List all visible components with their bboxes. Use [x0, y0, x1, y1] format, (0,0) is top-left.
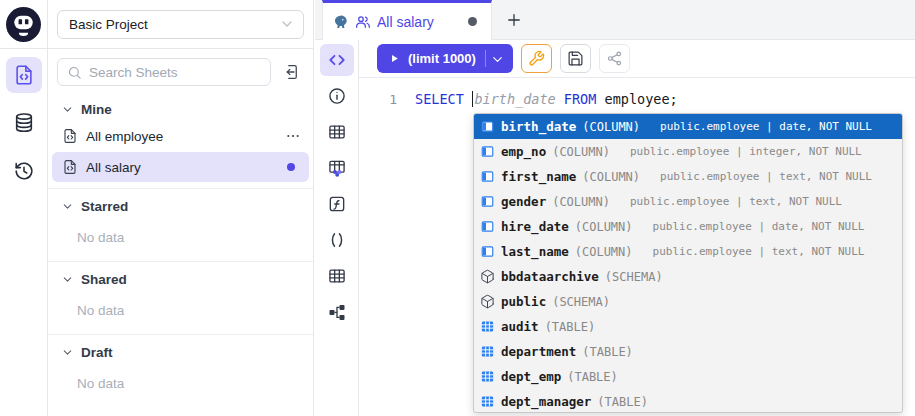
users-icon [355, 14, 371, 30]
panel-info-button[interactable] [320, 80, 354, 112]
share-icon [606, 50, 623, 67]
suggestion-name: bbdataarchive [501, 269, 599, 284]
suggestion-name: public [501, 294, 546, 309]
schema-icon [480, 294, 495, 309]
save-button[interactable] [560, 44, 591, 73]
sheet-item-label: All employee [86, 129, 163, 144]
search-placeholder: Search Sheets [89, 65, 178, 80]
project-name: Basic Project [69, 17, 148, 32]
suggestion-last_name[interactable]: last_name(COLUMN)public.employee | text,… [474, 239, 902, 264]
info-icon [327, 86, 347, 106]
panel-sql-editor-button[interactable] [320, 44, 354, 76]
suggestion-department[interactable]: department(TABLE) [474, 339, 902, 364]
suggestion-emp_no[interactable]: emp_no(COLUMN)public.employee | integer,… [474, 139, 902, 164]
run-button-label: (limit 1000) [408, 51, 476, 66]
suggestion-audit[interactable]: audit(TABLE) [474, 314, 902, 339]
chevron-down-icon [61, 103, 74, 116]
panel-procedures-button[interactable] [320, 224, 354, 256]
code-line-1: 1 SELECT birth_date FROM employee; [359, 90, 915, 109]
suggestion-name: hire_date [501, 219, 569, 234]
rail-worksheets-button[interactable] [6, 57, 42, 93]
project-selector[interactable]: Basic Project [57, 10, 304, 39]
suggestion-kind: (COLUMN) [552, 145, 610, 159]
tab-label: All salary [377, 14, 434, 30]
suggestion-first_name[interactable]: first_name(COLUMN)public.employee | text… [474, 164, 902, 189]
suggestion-name: first_name [501, 169, 576, 184]
suggestion-kind: (TABLE) [567, 370, 618, 384]
panel-sensitive-data-button[interactable] [320, 152, 354, 184]
search-sheets-input[interactable]: Search Sheets [57, 58, 271, 86]
app-logo-icon[interactable] [5, 6, 42, 43]
table-icon [480, 344, 495, 359]
panel-external-tables-button[interactable] [320, 260, 354, 292]
suggestion-detail: public.employee | text, NOT NULL [660, 170, 872, 183]
suggestion-bbdataarchive[interactable]: bbdataarchive(SCHEMA) [474, 264, 902, 289]
suggestion-name: department [501, 344, 576, 359]
section-label: Mine [81, 102, 112, 117]
suggestion-name: dept_manager [501, 394, 591, 409]
section-label: Starred [81, 199, 128, 214]
line-number: 1 [359, 90, 397, 109]
import-sheet-button[interactable] [278, 59, 304, 85]
sheet-icon [62, 159, 78, 175]
sql-statement: SELECT birth_date FROM employee; [397, 90, 678, 109]
suggestion-kind: (COLUMN) [582, 170, 640, 184]
keyword-select: SELECT [415, 91, 464, 107]
suggestion-kind: (TABLE) [597, 395, 648, 409]
new-tab-button[interactable] [492, 0, 536, 39]
run-query-button[interactable]: (limit 1000) [377, 44, 513, 73]
sheet-icon [13, 64, 35, 86]
suggestion-name: audit [501, 319, 539, 334]
format-sql-button[interactable] [521, 44, 552, 73]
section-shared[interactable]: Shared [48, 266, 313, 292]
suggestion-public[interactable]: public(SCHEMA) [474, 289, 902, 314]
sidebar-header: Basic Project [48, 0, 313, 49]
share-button[interactable] [599, 44, 630, 73]
table-icon [480, 319, 495, 334]
tab-bar: All salary [315, 0, 915, 40]
divider [48, 261, 313, 262]
schema-icon [480, 269, 495, 284]
play-icon [388, 52, 401, 65]
rail-history-button[interactable] [6, 153, 42, 189]
column-icon [480, 219, 495, 234]
tab-all-salary[interactable]: All salary [322, 0, 492, 40]
more-actions-button[interactable] [285, 128, 301, 144]
statement-tail: employee; [605, 91, 678, 107]
postgresql-icon [333, 14, 349, 30]
sheet-icon [62, 128, 78, 144]
suggestion-dept_emp[interactable]: dept_emp(TABLE) [474, 364, 902, 389]
divider [48, 334, 313, 335]
function-icon [327, 194, 347, 214]
rail-databases-button[interactable] [6, 105, 42, 141]
chevron-down-icon[interactable] [485, 50, 507, 67]
section-label: Shared [81, 272, 127, 287]
sheet-item-all-employee[interactable]: All employee [48, 122, 313, 150]
left-rail [0, 0, 48, 416]
table-masked-icon [327, 158, 347, 178]
panel-schema-diagram-button[interactable] [320, 296, 354, 328]
search-row: Search Sheets [48, 49, 313, 90]
suggestion-dept_manager[interactable]: dept_manager(TABLE) [474, 389, 902, 413]
suggestion-name: emp_no [501, 144, 546, 159]
section-starred[interactable]: Starred [48, 193, 313, 219]
parens-icon [327, 230, 347, 250]
sheet-item-all-salary[interactable]: All salary [52, 152, 309, 182]
code-icon [327, 50, 347, 70]
editor-side-rail [315, 40, 359, 416]
suggestion-detail: public.employee | text, NOT NULL [630, 195, 842, 208]
section-draft[interactable]: Draft [48, 339, 313, 365]
section-mine[interactable]: Mine [48, 96, 313, 122]
suggestion-gender[interactable]: gender(COLUMN)public.employee | text, NO… [474, 189, 902, 214]
suggestion-birth_date[interactable]: birth_date(COLUMN)public.employee | date… [474, 114, 902, 139]
suggestion-hire_date[interactable]: hire_date(COLUMN)public.employee | date,… [474, 214, 902, 239]
table-icon [327, 122, 347, 142]
unsaved-indicator-dot [468, 17, 477, 26]
suggestion-kind: (COLUMN) [575, 220, 633, 234]
search-icon [67, 65, 82, 80]
panel-functions-button[interactable] [320, 188, 354, 220]
logo-area [0, 0, 47, 49]
wrench-icon [528, 50, 545, 67]
ghost-suggestion-text: birth_date [474, 91, 555, 107]
panel-tables-button[interactable] [320, 116, 354, 148]
